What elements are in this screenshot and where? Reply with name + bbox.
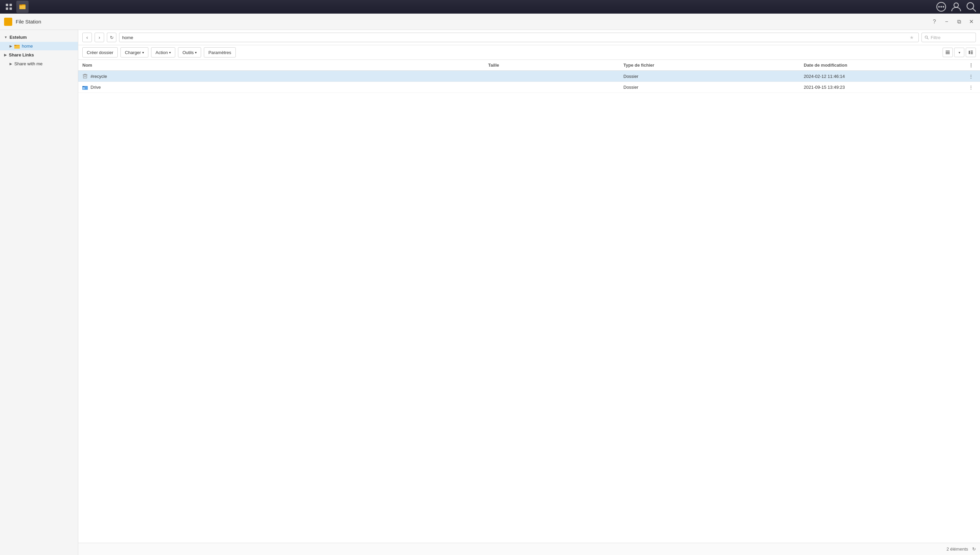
view-dropdown-icon: ▾ [959,51,960,55]
action-button[interactable]: Action ▾ [151,47,175,58]
table-row[interactable]: #recycle Dossier 2024-02-12 11:46:14 ⋮ [78,71,980,82]
estelum-label: Estelum [10,35,27,40]
share-links-label: Share Links [9,52,34,58]
tools-dropdown-icon: ▾ [195,51,197,55]
svg-point-11 [954,3,958,8]
status-refresh-button[interactable]: ↻ [972,547,976,552]
close-button[interactable]: ✕ [966,17,976,27]
home-folder-icon [14,44,20,49]
detail-view-button[interactable] [966,48,976,57]
settings-label: Paramètres [208,50,231,55]
help-button[interactable]: ? [930,17,939,27]
svg-point-8 [938,6,940,8]
tools-button[interactable]: Outils ▾ [178,47,201,58]
search-icon[interactable] [965,1,977,13]
create-folder-label: Créer dossier [87,50,113,55]
svg-point-10 [943,6,944,8]
sidebar-item-home[interactable]: ▶ home [0,42,78,50]
home-label: home [22,43,33,49]
item-count: 2 éléments [946,547,968,552]
view-controls: ▾ [943,48,976,57]
svg-text:D: D [83,87,85,90]
svg-rect-31 [84,74,86,75]
file-type: Dossier [619,71,800,82]
upload-dropdown-icon: ▾ [142,51,144,55]
navigation-toolbar: ‹ › ↻ home ★ Filtre [78,30,980,45]
app-icon [4,18,12,26]
svg-rect-5 [19,5,26,9]
action-dropdown-icon: ▾ [169,51,171,55]
user-icon[interactable] [950,1,962,13]
file-more-button[interactable]: ⋮ [962,82,980,93]
filter-bar[interactable]: Filtre [922,33,976,42]
sidebar-item-share-with-me[interactable]: ▶ Share with me [0,59,78,68]
taskbar-right [935,1,977,13]
svg-rect-0 [6,4,8,6]
file-name: #recycle [90,74,107,79]
restore-button[interactable]: ⧉ [954,17,964,27]
col-name-header[interactable]: Nom [78,60,484,71]
trash-icon [82,74,88,79]
file-date: 2021-09-15 13:49:23 [800,82,962,93]
file-size [484,71,620,82]
sidebar-share-links-header[interactable]: ▶ Share Links [0,50,78,59]
title-bar-controls: ? − ⧉ ✕ [930,17,976,27]
file-name-cell: #recycle [82,74,480,79]
svg-point-17 [925,36,928,38]
svg-rect-6 [19,5,22,5]
svg-rect-23 [970,51,973,51]
file-date: 2024-02-12 11:46:14 [800,71,962,82]
table-row[interactable]: D Drive Dossier 2021-09-15 13:49:23 ⋮ [78,82,980,93]
filter-search-icon [925,35,929,39]
sidebar-estelum-header[interactable]: ▼ Estelum [0,33,78,42]
svg-rect-1 [10,4,12,6]
apps-icon[interactable] [3,1,15,13]
file-table-wrapper: Nom Taille Type de fichier Date de modif… [78,60,980,543]
estelum-chevron-icon: ▼ [4,35,8,39]
share-with-me-label: Share with me [14,61,43,66]
file-more-button[interactable]: ⋮ [962,71,980,82]
col-date-header[interactable]: Date de modification [800,60,962,71]
svg-rect-15 [14,46,20,49]
detail-view-icon [969,50,973,55]
status-bar: 2 éléments ↻ [78,543,980,555]
settings-button[interactable]: Paramètres [204,47,236,58]
col-size-header[interactable]: Taille [484,60,620,71]
drive-folder-icon: D [82,85,88,90]
list-view-icon [945,50,950,55]
path-bar[interactable]: home ★ [119,33,919,42]
svg-line-18 [927,38,928,39]
filter-placeholder: Filtre [931,35,940,40]
view-dropdown-button[interactable]: ▾ [954,48,964,57]
col-type-header[interactable]: Type de fichier [619,60,800,71]
back-button[interactable]: ‹ [82,33,92,42]
forward-button[interactable]: › [95,33,104,42]
table-header-row: Nom Taille Type de fichier Date de modif… [78,60,980,71]
share-links-chevron-icon: ▶ [4,53,7,57]
file-table: Nom Taille Type de fichier Date de modif… [78,60,980,93]
svg-rect-21 [946,53,950,54]
svg-rect-24 [970,52,973,53]
file-type: Dossier [619,82,800,93]
upload-button[interactable]: Charger ▾ [120,47,148,58]
chat-icon[interactable] [935,1,947,13]
list-view-button[interactable] [943,48,953,57]
share-with-me-chevron-icon: ▶ [10,62,12,66]
content-area: ‹ › ↻ home ★ Filtre [78,30,980,555]
path-text: home [122,35,908,40]
create-folder-button[interactable]: Créer dossier [82,47,118,58]
file-size [484,82,620,93]
svg-rect-22 [969,51,970,54]
app-title: File Station [16,19,930,24]
minimize-button[interactable]: − [942,17,951,27]
favorite-button[interactable]: ★ [908,33,916,42]
svg-rect-3 [10,8,12,10]
svg-line-13 [973,8,975,11]
file-name-cell: D Drive [82,85,480,90]
taskbar [0,0,980,14]
file-name: Drive [90,85,101,90]
col-more-header: ⋮ [962,60,980,71]
title-bar: File Station ? − ⧉ ✕ [0,14,980,30]
file-station-taskbar-icon[interactable] [16,1,29,13]
refresh-button[interactable]: ↻ [107,33,116,42]
